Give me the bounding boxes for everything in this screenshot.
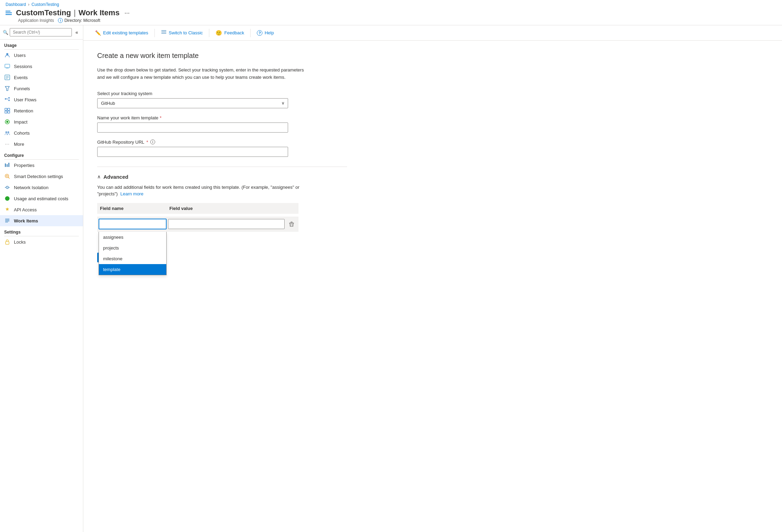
smart-detection-icon bbox=[4, 173, 10, 179]
tracking-select[interactable]: GitHub Azure DevOps Jira bbox=[97, 98, 288, 108]
page-subtitle: Work Items bbox=[78, 8, 119, 17]
hamburger-icon[interactable] bbox=[6, 11, 12, 15]
help-button[interactable]: ? Help bbox=[253, 29, 277, 37]
page-title: CustomTesting bbox=[16, 8, 71, 17]
locks-label: Locks bbox=[14, 239, 26, 245]
breadcrumb-custom-testing[interactable]: CustomTesting bbox=[32, 2, 59, 7]
svg-rect-21 bbox=[8, 163, 9, 167]
sidebar-item-events[interactable]: Events bbox=[0, 72, 83, 83]
chevron-up-icon: ∧ bbox=[97, 174, 101, 179]
toolbar-divider-3 bbox=[250, 29, 251, 37]
suggestion-item-assignees[interactable]: assignees bbox=[99, 232, 166, 243]
advanced-title: Advanced bbox=[103, 174, 128, 180]
field-name-input[interactable] bbox=[99, 219, 167, 229]
svg-line-24 bbox=[8, 177, 9, 178]
suggestion-item-template[interactable]: template bbox=[99, 264, 166, 275]
user-flows-icon bbox=[4, 96, 10, 103]
events-label: Events bbox=[14, 75, 28, 80]
smart-detection-label: Smart Detection settings bbox=[14, 174, 63, 179]
field-row bbox=[97, 217, 298, 232]
sidebar-item-users[interactable]: Users bbox=[0, 50, 83, 61]
directory-label: Directory: Microsoft bbox=[64, 18, 100, 23]
sidebar-item-smart-detection[interactable]: Smart Detection settings bbox=[0, 171, 83, 182]
svg-marker-7 bbox=[5, 86, 9, 91]
advanced-section: ∧ Advanced You can add additional fields… bbox=[97, 167, 347, 262]
sidebar-item-more[interactable]: ··· More bbox=[0, 138, 83, 150]
tracking-select-wrapper: GitHub Azure DevOps Jira ∨ bbox=[97, 98, 288, 108]
search-icon: 🔍 bbox=[3, 30, 8, 35]
sidebar-item-locks[interactable]: Locks bbox=[0, 236, 83, 247]
users-label: Users bbox=[14, 53, 26, 58]
suggestion-item-projects[interactable]: projects bbox=[99, 243, 166, 253]
sessions-label: Sessions bbox=[14, 64, 32, 69]
usage-costs-icon bbox=[4, 195, 10, 202]
svg-point-16 bbox=[6, 121, 8, 123]
content-area: Create a new work item template Use the … bbox=[83, 41, 782, 532]
sessions-icon bbox=[4, 63, 10, 69]
sidebar-item-sessions[interactable]: Sessions bbox=[0, 61, 83, 72]
sidebar-item-work-items[interactable]: Work Items bbox=[0, 215, 83, 226]
directory-info: i Directory: Microsoft bbox=[58, 18, 100, 23]
usage-section: Usage Users Sessions Events bbox=[0, 40, 83, 150]
top-header: Dashboard › CustomTesting CustomTesting … bbox=[0, 0, 782, 25]
usage-costs-label: Usage and estimated costs bbox=[14, 196, 68, 201]
properties-label: Properties bbox=[14, 163, 34, 168]
svg-rect-2 bbox=[6, 68, 9, 68]
svg-rect-14 bbox=[8, 111, 10, 113]
edit-templates-button[interactable]: ✏️ Edit existing templates bbox=[92, 29, 152, 37]
sidebar-item-network-isolation[interactable]: Network Isolation bbox=[0, 182, 83, 193]
svg-point-17 bbox=[6, 132, 7, 133]
sidebar-item-retention[interactable]: Retention bbox=[0, 105, 83, 116]
more-label: More bbox=[14, 142, 24, 147]
network-isolation-label: Network Isolation bbox=[14, 185, 49, 190]
configure-section-label: Configure bbox=[0, 150, 83, 159]
more-button[interactable]: ··· bbox=[122, 9, 132, 17]
impact-icon bbox=[4, 119, 10, 125]
sidebar-item-api-access[interactable]: API Access bbox=[0, 204, 83, 215]
svg-rect-9 bbox=[8, 97, 10, 99]
svg-line-28 bbox=[7, 187, 8, 188]
breadcrumb-dashboard[interactable]: Dashboard bbox=[6, 2, 26, 7]
api-access-label: API Access bbox=[14, 207, 37, 212]
settings-section-label: Settings bbox=[0, 226, 83, 236]
trash-icon bbox=[289, 221, 294, 227]
svg-rect-10 bbox=[8, 100, 10, 101]
feedback-button[interactable]: 🙂 Feedback bbox=[212, 28, 247, 37]
switch-classic-button[interactable]: Switch to Classic bbox=[158, 28, 206, 37]
content-description: Use the drop down below to get started. … bbox=[97, 67, 305, 81]
field-name-header: Field name bbox=[97, 205, 167, 212]
sidebar-item-cohorts[interactable]: Cohorts bbox=[0, 127, 83, 138]
field-value-input[interactable] bbox=[168, 219, 285, 229]
github-url-info-icon[interactable]: i bbox=[150, 140, 155, 144]
toolbar: ✏️ Edit existing templates Switch to Cla… bbox=[83, 25, 782, 41]
learn-more-link[interactable]: Learn more bbox=[120, 191, 143, 196]
impact-label: Impact bbox=[14, 119, 27, 125]
sidebar-item-properties[interactable]: Properties bbox=[0, 160, 83, 171]
page-title-row: CustomTesting | Work Items ··· bbox=[6, 8, 776, 17]
suggestions-dropdown: assignees projects milestone template bbox=[99, 232, 167, 275]
sidebar-item-user-flows[interactable]: User Flows bbox=[0, 94, 83, 105]
work-items-icon bbox=[4, 218, 10, 224]
usage-section-label: Usage bbox=[0, 40, 83, 49]
smiley-icon: 🙂 bbox=[216, 30, 222, 36]
github-url-input[interactable] bbox=[97, 147, 288, 157]
help-label: Help bbox=[264, 30, 274, 35]
sidebar-item-impact[interactable]: Impact bbox=[0, 116, 83, 127]
search-input[interactable] bbox=[10, 28, 72, 36]
more-icon: ··· bbox=[4, 141, 10, 147]
sidebar-item-usage-costs[interactable]: Usage and estimated costs bbox=[0, 193, 83, 204]
events-icon bbox=[4, 74, 10, 81]
delete-field-button[interactable] bbox=[286, 219, 297, 230]
suggestion-item-milestone[interactable]: milestone bbox=[99, 253, 166, 264]
name-label: Name your work item template * bbox=[97, 115, 347, 120]
user-flows-label: User Flows bbox=[14, 97, 36, 102]
advanced-header[interactable]: ∧ Advanced bbox=[97, 174, 347, 180]
collapse-button[interactable]: « bbox=[73, 29, 80, 36]
switch-classic-label: Switch to Classic bbox=[169, 30, 203, 35]
api-access-icon bbox=[4, 206, 10, 213]
work-items-label: Work Items bbox=[14, 218, 38, 223]
breadcrumb: Dashboard › CustomTesting bbox=[6, 2, 776, 7]
form-group-github-url: GitHub Repository URL * i bbox=[97, 140, 347, 157]
name-input[interactable] bbox=[97, 123, 288, 133]
sidebar-item-funnels[interactable]: Funnels bbox=[0, 83, 83, 94]
